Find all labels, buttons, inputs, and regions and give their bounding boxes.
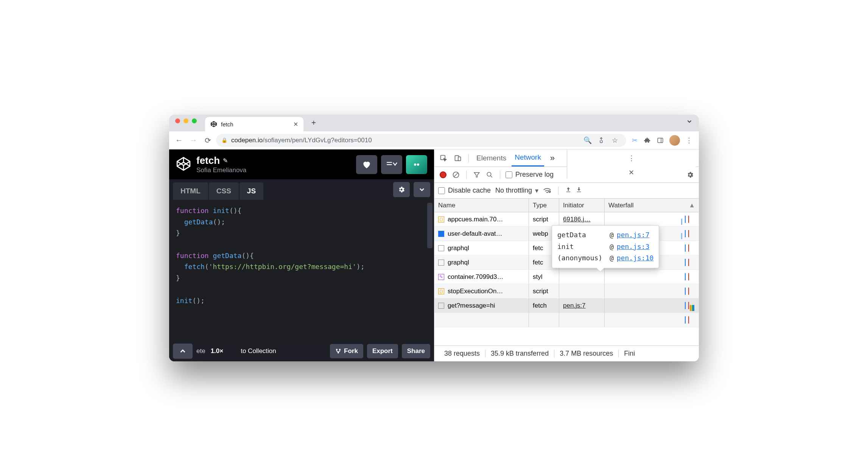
pen-title: fetch: [196, 155, 220, 166]
browser-menu-icon[interactable]: ⋮: [683, 134, 695, 146]
devtools-tabbar: Elements Network » ⋮ ✕: [434, 149, 699, 167]
fork-button[interactable]: Fork: [330, 344, 363, 358]
tab-network[interactable]: Network: [512, 149, 544, 166]
waterfall-cell: [605, 299, 699, 313]
tab-css[interactable]: CSS: [209, 182, 239, 200]
network-toolbar: Preserve log: [434, 167, 699, 183]
throttling-select[interactable]: No throttling ▾: [495, 187, 538, 195]
col-initiator[interactable]: Initiator: [559, 199, 605, 212]
codepen-favicon-icon: [210, 121, 217, 128]
record-button[interactable]: [438, 170, 448, 180]
love-button[interactable]: [356, 155, 377, 174]
device-toolbar-icon[interactable]: [452, 152, 464, 164]
preserve-log-checkbox[interactable]: Preserve log: [506, 171, 554, 179]
tab-title: fetch: [221, 121, 233, 128]
reload-button[interactable]: ⟳: [202, 134, 214, 146]
profile-avatar[interactable]: [669, 135, 680, 146]
svg-point-13: [338, 352, 339, 353]
bookmark-star-icon[interactable]: ☆: [609, 134, 621, 146]
table-row[interactable]: ✎container.7099d3…styl: [434, 270, 699, 284]
zoom-window-button[interactable]: [192, 118, 197, 123]
upload-har-icon[interactable]: [565, 186, 571, 195]
share-button[interactable]: Share: [402, 344, 430, 358]
inspect-element-icon[interactable]: [437, 152, 450, 164]
request-type-icon: [438, 245, 444, 251]
devtools-menu-icon[interactable]: ⋮: [625, 152, 638, 164]
filter-icon[interactable]: [472, 170, 482, 180]
user-avatar[interactable]: ••: [406, 155, 427, 174]
new-tab-button[interactable]: ＋: [308, 117, 319, 128]
window-controls: [169, 118, 203, 128]
js-editor[interactable]: function init(){ getData(); } function g…: [169, 200, 434, 341]
more-tabs-icon[interactable]: »: [546, 152, 558, 164]
table-row[interactable]: ⟨⟩appcues.main.70…script69186.j…: [434, 212, 699, 227]
codepen-panel: fetch ✎ Sofia Emelianova •• HTML: [169, 149, 434, 361]
initiator-link[interactable]: pen.js:7: [563, 302, 586, 310]
svg-rect-24: [566, 191, 571, 192]
request-name: get?message=hi: [448, 302, 495, 310]
pen-author[interactable]: Sofia Emelianova: [196, 166, 246, 174]
request-type: script: [529, 284, 559, 298]
codepen-logo-icon[interactable]: [176, 156, 191, 173]
svg-line-21: [490, 176, 492, 177]
clear-log-icon[interactable]: [451, 170, 461, 180]
col-waterfall[interactable]: Waterfall▲: [605, 199, 699, 212]
edit-title-icon[interactable]: ✎: [223, 157, 228, 164]
side-panel-icon[interactable]: [654, 134, 666, 146]
tab-js[interactable]: JS: [240, 182, 263, 200]
col-type[interactable]: Type: [529, 199, 559, 212]
devtools-panel: Elements Network » ⋮ ✕: [434, 149, 699, 361]
editor-expand-icon[interactable]: [414, 182, 430, 197]
lock-icon: 🔒: [221, 137, 227, 143]
zoom-indicator-icon[interactable]: 🔍: [582, 134, 594, 146]
back-button[interactable]: ←: [173, 134, 185, 146]
editor-settings-icon[interactable]: [393, 182, 410, 197]
initiator-link[interactable]: 69186.j…: [563, 216, 591, 223]
scissors-extension-icon[interactable]: ✂: [628, 134, 641, 146]
download-har-icon[interactable]: [576, 186, 582, 195]
network-settings-icon[interactable]: [685, 170, 695, 180]
tab-elements[interactable]: Elements: [473, 150, 509, 166]
close-window-button[interactable]: [175, 118, 180, 123]
request-type-icon: ⟨⟩: [438, 216, 444, 222]
request-name: user-default-avat…: [448, 230, 502, 238]
console-toggle-button[interactable]: [173, 344, 193, 359]
url-text: codepen.io/sofiayem/pen/LYdGvLg?editors=…: [231, 137, 372, 144]
footer-zoom[interactable]: 1.0×: [211, 347, 224, 355]
request-type-icon: ⟨⟩: [438, 288, 444, 294]
tab-html[interactable]: HTML: [173, 182, 208, 200]
request-type-icon: [438, 260, 444, 266]
stack-link[interactable]: pen.js:7: [617, 229, 650, 241]
browser-tab[interactable]: fetch ✕: [205, 117, 303, 131]
export-button[interactable]: Export: [367, 344, 398, 358]
footer-delete-fragment[interactable]: ete: [196, 347, 205, 355]
request-name: graphql: [448, 259, 469, 266]
request-type-icon: ✎: [438, 274, 444, 280]
table-row[interactable]: get?message=hifetchpen.js:7: [434, 299, 699, 313]
scrollbar-thumb[interactable]: [427, 203, 432, 248]
disable-cache-checkbox[interactable]: Disable cache: [438, 187, 491, 194]
stack-link[interactable]: pen.js:10: [617, 252, 654, 264]
request-name: container.7099d3…: [448, 273, 503, 281]
col-name[interactable]: Name: [434, 199, 529, 212]
devtools-settings-icon[interactable]: [625, 149, 638, 150]
to-collection-button[interactable]: to Collection: [235, 344, 282, 358]
stack-link[interactable]: pen.js:3: [617, 241, 650, 253]
minimize-window-button[interactable]: [184, 118, 188, 123]
request-type: styl: [529, 270, 559, 284]
extensions-icon[interactable]: [641, 134, 653, 146]
network-conditions-icon[interactable]: [543, 186, 551, 195]
address-bar[interactable]: 🔒 codepen.io/sofiayem/pen/LYdGvLg?editor…: [216, 134, 626, 147]
svg-marker-19: [474, 173, 479, 177]
request-type-icon: [438, 231, 444, 237]
tabs-dropdown-icon[interactable]: [686, 118, 693, 126]
view-switch-button[interactable]: [381, 155, 402, 174]
table-header: Name Type Initiator Waterfall▲: [434, 199, 699, 212]
search-icon[interactable]: [485, 170, 495, 180]
request-name: graphql: [448, 244, 469, 252]
request-name: stopExecutionOn…: [448, 288, 503, 295]
share-url-icon[interactable]: [595, 134, 607, 146]
table-row[interactable]: ⟨⟩stopExecutionOn…script: [434, 284, 699, 299]
tab-close-icon[interactable]: ✕: [293, 121, 298, 128]
content-area: fetch ✎ Sofia Emelianova •• HTML: [169, 149, 699, 361]
